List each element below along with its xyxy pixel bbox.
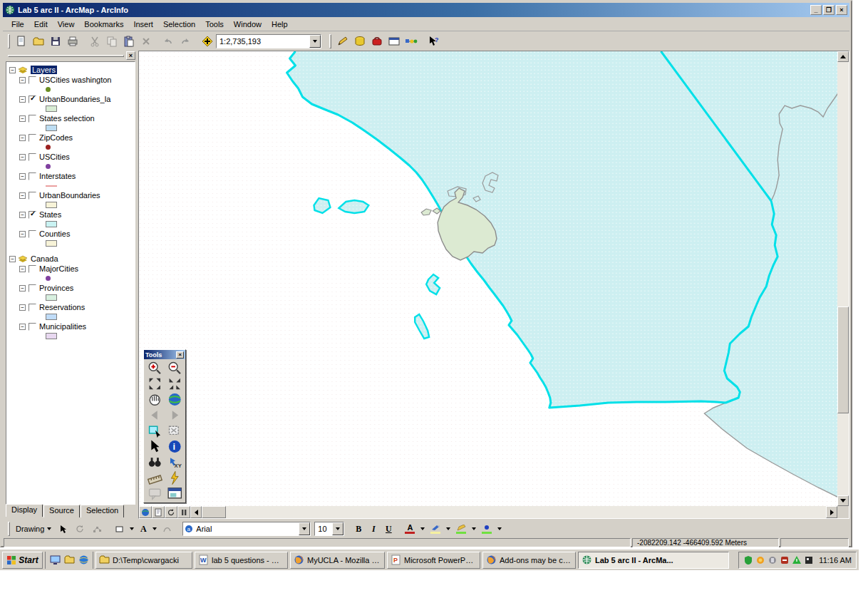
menu-bookmarks[interactable]: Bookmarks xyxy=(80,19,128,30)
layer-checkbox[interactable] xyxy=(29,284,36,292)
layer-symbol[interactable] xyxy=(46,221,57,227)
group-name-canada[interactable]: Canada xyxy=(31,254,58,263)
redo-button[interactable] xyxy=(177,33,193,49)
layer-checkbox[interactable] xyxy=(29,304,36,311)
collapse-icon[interactable]: − xyxy=(19,285,26,292)
font-size-combo[interactable]: 10 xyxy=(314,522,344,536)
minimize-button[interactable]: _ xyxy=(810,5,822,15)
collapse-icon[interactable]: − xyxy=(19,173,26,180)
collapse-icon[interactable]: − xyxy=(19,231,26,237)
collapse-icon[interactable]: − xyxy=(19,192,26,199)
text-tool-button[interactable]: A xyxy=(136,522,150,536)
start-button[interactable]: Start xyxy=(2,552,43,569)
collapse-icon[interactable]: − xyxy=(19,96,26,103)
curve-tool-button[interactable] xyxy=(159,521,175,537)
text-dropdown[interactable] xyxy=(151,522,158,536)
layer-name[interactable]: UrbanBoundaries_la xyxy=(39,95,110,103)
folder-quicklaunch-icon[interactable] xyxy=(63,554,76,567)
layer-symbol[interactable] xyxy=(46,164,51,169)
marker-color-dropdown[interactable] xyxy=(496,522,503,536)
taskbar-item-firefox[interactable]: MyUCLA - Mozilla Firefox xyxy=(290,552,385,569)
fixed-zoom-in-tool[interactable] xyxy=(145,376,165,391)
tools-close-button[interactable]: × xyxy=(176,351,184,359)
tray-icon-gray[interactable] xyxy=(768,555,777,565)
clear-selection-tool[interactable] xyxy=(165,423,185,438)
layer-symbol[interactable] xyxy=(46,314,57,320)
bold-button[interactable]: B xyxy=(351,522,366,536)
toc-close-button[interactable]: × xyxy=(126,51,135,60)
vertical-scroll-thumb[interactable] xyxy=(837,306,849,413)
tray-icon-shield-green[interactable] xyxy=(743,555,753,565)
layer-name[interactable]: USCities xyxy=(39,153,70,161)
toolbar-grip[interactable] xyxy=(8,522,10,536)
layer-checkbox[interactable] xyxy=(29,172,36,180)
layer-checkbox[interactable] xyxy=(29,153,36,161)
modelbuilder-button[interactable] xyxy=(403,33,419,49)
menu-view[interactable]: View xyxy=(53,19,79,30)
taskbar-item-firefox-addons[interactable]: Add-ons may be causin... xyxy=(482,552,576,569)
scroll-down-button[interactable] xyxy=(837,495,849,506)
zoom-in-tool[interactable] xyxy=(145,361,165,376)
layer-checkbox[interactable] xyxy=(29,76,36,84)
arctoolbox-button[interactable] xyxy=(368,33,385,49)
collapse-icon[interactable]: − xyxy=(19,324,26,330)
forward-extent-tool[interactable] xyxy=(165,408,185,423)
italic-button[interactable]: I xyxy=(366,522,381,536)
layer-symbol[interactable] xyxy=(46,333,57,339)
cut-button[interactable] xyxy=(86,33,103,49)
restore-button[interactable]: ❐ xyxy=(823,5,835,15)
collapse-icon[interactable]: − xyxy=(9,67,16,73)
rotate-button[interactable] xyxy=(72,521,88,537)
layer-symbol[interactable] xyxy=(46,145,51,150)
layer-symbol[interactable] xyxy=(46,87,51,92)
font-color-dropdown[interactable] xyxy=(419,522,426,536)
show-desktop-icon[interactable] xyxy=(48,554,61,567)
menu-window[interactable]: Window xyxy=(229,19,266,30)
layer-name[interactable]: Interstates xyxy=(39,172,76,180)
tab-selection[interactable]: Selection xyxy=(81,505,124,517)
tab-source[interactable]: Source xyxy=(43,505,80,517)
collapse-icon[interactable]: − xyxy=(19,154,26,160)
menu-help[interactable]: Help xyxy=(267,19,292,30)
taskbar-item-powerpoint[interactable]: P Microsoft PowerPoint - ... xyxy=(387,552,480,569)
layer-checkbox[interactable] xyxy=(29,134,36,142)
collapse-icon[interactable]: − xyxy=(9,256,16,262)
layer-checkbox[interactable]: ✓ xyxy=(29,96,36,103)
layer-symbol[interactable] xyxy=(46,294,57,301)
print-button[interactable] xyxy=(64,33,81,49)
underline-button[interactable]: U xyxy=(381,522,396,536)
scroll-right-button[interactable] xyxy=(826,506,837,518)
layer-name[interactable]: MajorCities xyxy=(39,264,78,273)
menu-file[interactable]: File xyxy=(7,19,29,30)
tray-icon-green-triangle[interactable] xyxy=(792,555,802,565)
scroll-up-button[interactable] xyxy=(837,51,849,62)
font-color-button[interactable]: A xyxy=(401,522,418,536)
back-extent-tool[interactable] xyxy=(145,408,165,423)
map-view[interactable]: Tools × xyxy=(139,51,844,506)
collapse-icon[interactable]: − xyxy=(19,212,26,218)
html-popup-tool[interactable] xyxy=(145,486,165,501)
select-elements-button[interactable] xyxy=(55,521,71,537)
layer-checkbox[interactable] xyxy=(29,192,36,200)
shape-dropdown[interactable] xyxy=(128,522,135,536)
layer-symbol[interactable] xyxy=(46,202,57,208)
menu-edit[interactable]: Edit xyxy=(30,19,52,30)
toolbar-grip[interactable] xyxy=(8,34,10,48)
taskbar-item-word[interactable]: W lab 5 questions - Micros... xyxy=(195,552,288,569)
layer-name[interactable]: Provinces xyxy=(39,284,73,292)
scroll-left-button[interactable] xyxy=(190,506,202,518)
edit-vertices-button[interactable] xyxy=(89,521,105,537)
horizontal-scroll-thumb[interactable] xyxy=(202,506,226,518)
tools-palette-titlebar[interactable]: Tools × xyxy=(144,350,185,359)
identify-tool[interactable]: i xyxy=(165,439,185,454)
data-view-button[interactable] xyxy=(139,506,152,518)
layer-name[interactable]: ZipCodes xyxy=(39,133,73,142)
horizontal-scroll-track[interactable] xyxy=(226,506,826,518)
layer-checkbox[interactable]: ✓ xyxy=(29,211,36,219)
command-line-button[interactable] xyxy=(386,33,402,49)
paste-button[interactable] xyxy=(120,33,137,49)
collapse-icon[interactable]: − xyxy=(19,77,26,83)
close-button[interactable]: × xyxy=(836,5,847,15)
layer-symbol[interactable] xyxy=(46,240,57,247)
layer-name[interactable]: UrbanBoundaries xyxy=(39,191,100,200)
